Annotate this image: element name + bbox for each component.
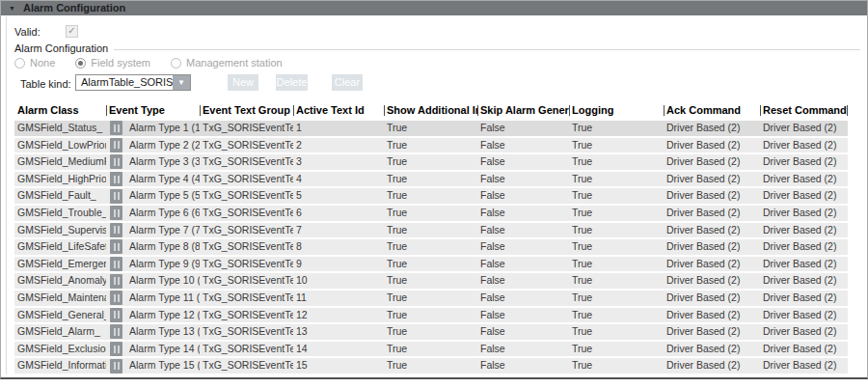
table-row[interactable]: GMSField_Exclusion_ Alarm Type 14 (14) T… [14, 342, 848, 357]
cell-show-additional-info: True [384, 138, 477, 153]
cell-event-type: Alarm Type 15 (15) [106, 358, 200, 374]
column-header[interactable]: Ack Command [664, 101, 760, 120]
cell-event-text-group: TxG_SORISEventText [200, 223, 293, 238]
table-row[interactable]: GMSField_LowPriorityA Alarm Type 2 (2) T… [14, 138, 848, 153]
cell-reset-command: Driver Based (2) [760, 257, 848, 272]
column-header[interactable]: Logging [569, 101, 664, 120]
table-row[interactable]: GMSField_Maintenance Alarm Type 11 (11) … [14, 291, 848, 306]
cell-reset-command: Driver Based (2) [760, 223, 848, 238]
cell-active-text-id: 5 [293, 188, 384, 204]
event-type-picker-button[interactable] [110, 206, 122, 220]
cell-event-type: Alarm Type 8 (8) [106, 239, 200, 255]
column-header[interactable]: Reset Command [760, 101, 848, 120]
event-type-picker-button[interactable] [110, 291, 122, 305]
event-type-picker-button[interactable] [110, 308, 122, 322]
combobox-dropdown-button[interactable]: ▼ [173, 75, 190, 90]
alarm-config-radio-group: None Field system Management station [14, 56, 283, 69]
cell-event-text-group: TxG_SORISEventText [200, 273, 293, 289]
cell-logging: True [569, 138, 664, 153]
table-row[interactable]: GMSField_General_ Alarm Type 12 (12) TxG… [14, 308, 848, 323]
event-type-picker-button[interactable] [110, 154, 122, 169]
pause-bar-icon [118, 158, 120, 166]
table-row[interactable]: GMSField_HighPriority. Alarm Type 4 (4) … [14, 172, 848, 187]
radio-option[interactable]: Management station [171, 57, 283, 69]
cell-ack-command: Driver Based (2) [664, 154, 760, 170]
event-type-picker-button[interactable] [110, 274, 122, 289]
pause-bar-icon [118, 192, 120, 200]
cell-show-additional-info: True [384, 206, 477, 221]
table-row[interactable]: GMSField_Fault_ Alarm Type 5 (5) TxG_SOR… [14, 188, 848, 204]
event-type-text: Alarm Type 1 (1) [129, 121, 200, 136]
table-row[interactable]: GMSField_Information_ Alarm Type 15 (15)… [14, 358, 848, 374]
valid-checkbox[interactable]: ✓ [66, 25, 78, 38]
cell-logging: True [569, 324, 664, 340]
radio-option-label: None [30, 57, 55, 69]
event-type-picker-button[interactable] [110, 223, 122, 237]
pause-bar-icon [114, 125, 116, 132]
table-row[interactable]: GMSField_Alarm_ Alarm Type 13 (13) TxG_S… [14, 324, 848, 340]
column-header[interactable]: Show Additional Info [384, 101, 477, 120]
table-kind-combobox[interactable]: AlarmTable_SORIS ▼ [75, 74, 191, 91]
radio-option[interactable]: Field system [75, 57, 150, 69]
column-header[interactable]: Event Type [106, 101, 200, 120]
cell-skip-alarm-generation: False [477, 188, 569, 204]
cell-alarm-class: GMSField_Anomaly_ [14, 273, 106, 289]
event-type-picker-button[interactable] [110, 324, 122, 339]
column-header[interactable]: Skip Alarm Generation [477, 101, 569, 120]
cell-skip-alarm-generation: False [477, 358, 569, 374]
cell-active-text-id: 10 [293, 273, 384, 289]
cell-alarm-class: GMSField_LifeSafety_ [14, 239, 106, 255]
cell-logging: True [569, 291, 664, 306]
cell-skip-alarm-generation: False [477, 172, 569, 187]
panel-frame: ▼ Alarm Configuration Valid: ✓ Alarm Con… [0, 0, 868, 379]
event-type-picker-button[interactable] [110, 138, 122, 152]
event-type-picker-button[interactable] [110, 257, 122, 271]
event-type-picker-button[interactable] [110, 189, 122, 204]
event-type-picker-button[interactable] [110, 172, 122, 186]
pause-bar-icon [118, 209, 120, 217]
table-row[interactable]: GMSField_Status_ Alarm Type 1 (1) TxG_SO… [14, 121, 848, 136]
panel-titlebar[interactable]: ▼ Alarm Configuration [1, 1, 867, 15]
cell-active-text-id: 3 [293, 154, 384, 170]
cell-alarm-class: GMSField_LowPriorityA [14, 138, 106, 153]
pause-bar-icon [114, 176, 116, 183]
cell-skip-alarm-generation: False [477, 291, 569, 306]
cell-active-text-id: 8 [293, 239, 384, 255]
column-header[interactable]: Active Text Id [293, 101, 384, 120]
cell-reset-command: Driver Based (2) [760, 239, 848, 255]
cell-ack-command: Driver Based (2) [664, 223, 760, 238]
pause-bar-icon [118, 346, 120, 353]
table-row[interactable]: GMSField_Emergency_ Alarm Type 9 (9) TxG… [14, 257, 848, 272]
event-type-text: Alarm Type 10 (10) [129, 273, 200, 289]
table-kind-value: AlarmTable_SORIS [76, 75, 173, 90]
pause-bar-icon [114, 277, 116, 285]
new-button[interactable]: New [228, 74, 258, 91]
cell-alarm-class: GMSField_Fault_ [14, 188, 106, 204]
cell-event-text-group: TxG_SORISEventText [200, 239, 293, 255]
alarm-config-groupbox-header: Alarm Configuration [14, 42, 860, 54]
radio-option[interactable]: None [14, 57, 55, 69]
table-body: GMSField_Status_ Alarm Type 1 (1) TxG_SO… [14, 121, 848, 374]
event-type-picker-button[interactable] [110, 342, 122, 356]
cell-active-text-id: 7 [293, 223, 384, 238]
column-header[interactable]: Alarm Class [14, 101, 106, 120]
cell-skip-alarm-generation: False [477, 223, 569, 238]
delete-button[interactable]: Delete [276, 74, 308, 91]
column-header[interactable]: Event Text Group [200, 101, 293, 120]
cell-alarm-class: GMSField_Maintenance [14, 291, 106, 306]
table-row[interactable]: GMSField_Trouble_ Alarm Type 6 (6) TxG_S… [14, 206, 848, 221]
table-row[interactable]: GMSField_Supervisory_ Alarm Type 7 (7) T… [14, 223, 848, 238]
event-type-picker-button[interactable] [110, 359, 122, 374]
table-row[interactable]: GMSField_Anomaly_ Alarm Type 10 (10) TxG… [14, 273, 848, 289]
event-type-picker-button[interactable] [110, 239, 122, 254]
pause-bar-icon [114, 141, 116, 149]
event-type-picker-button[interactable] [110, 121, 122, 135]
pause-bar-icon [118, 261, 120, 268]
cell-ack-command: Driver Based (2) [664, 138, 760, 153]
collapse-triangle-icon[interactable]: ▼ [9, 1, 15, 15]
cell-skip-alarm-generation: False [477, 121, 569, 136]
table-row[interactable]: GMSField_MediumPrio Alarm Type 3 (3) TxG… [14, 154, 848, 170]
clear-button[interactable]: Clear [332, 74, 363, 91]
table-row[interactable]: GMSField_LifeSafety_ Alarm Type 8 (8) Tx… [14, 239, 848, 255]
cell-show-additional-info: True [384, 188, 477, 204]
